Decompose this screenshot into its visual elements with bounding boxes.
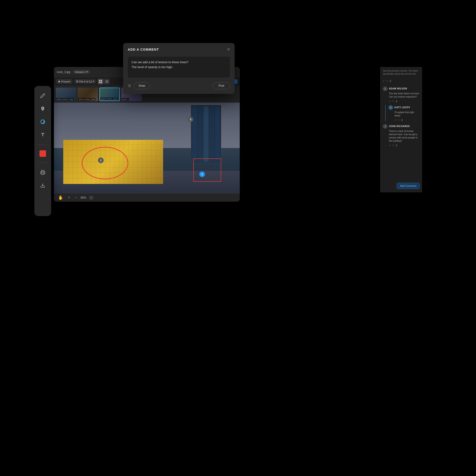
status-bar: ✋ + − 85% ⊡: [54, 193, 240, 202]
text-tool[interactable]: [39, 131, 47, 139]
modal-header: ADD A COMMENT ✕: [123, 43, 235, 54]
thumbnail-2[interactable]: opere_house_2.jpg: [78, 87, 98, 101]
download-tool[interactable]: [39, 181, 47, 189]
comment-input-area[interactable]: Can we add a bit of texture to these tre…: [128, 57, 230, 78]
tool-divider-2: [38, 162, 47, 163]
avatar-john: J: [383, 124, 388, 129]
svg-rect-3: [99, 80, 100, 81]
edit-icon-btn[interactable]: ✏: [386, 80, 388, 82]
circle-tool[interactable]: [39, 118, 47, 126]
main-image: 1 2 3: [54, 103, 240, 193]
avatar-katy: K: [389, 105, 393, 110]
author-katy: KATY LEVOY: [394, 106, 410, 109]
thumbnail-3[interactable]: opere_house_3.jpg: [100, 87, 120, 101]
comment-actions-katy: ↩ ✏ 🗑: [389, 119, 420, 121]
modal-footer: 🗑 Draw Post: [128, 81, 230, 89]
hand-tool-button[interactable]: ✋: [57, 195, 65, 201]
file-counter[interactable]: ⊞ File 6 of 12 ▾: [74, 79, 96, 84]
comment-item-katy: K KATY LEVOY I'll update that right away…: [385, 105, 420, 121]
tool-panel: [34, 86, 51, 216]
author-john: JOHN RICHARDS: [389, 125, 410, 128]
modal-footer-left: 🗑 Draw: [128, 82, 150, 89]
color-swatch[interactable]: [39, 150, 46, 157]
zoom-out-button[interactable]: −: [74, 195, 79, 201]
reply-icon-btn[interactable]: ↩: [383, 80, 385, 82]
pin-tool[interactable]: [39, 104, 47, 113]
comment-header-adam: A ADAM WILSON: [383, 86, 420, 91]
post-button[interactable]: Post: [213, 82, 230, 89]
delete-icon-btn[interactable]: 🗑: [389, 80, 392, 82]
reply-adam-btn[interactable]: ↩: [389, 100, 391, 102]
modal-title: ADD A COMMENT: [128, 48, 159, 51]
delete-john-btn[interactable]: 🗑: [395, 144, 398, 147]
tall-building: [191, 105, 221, 163]
svg-rect-6: [101, 82, 102, 83]
pencil-tool[interactable]: [39, 92, 47, 100]
comment-actions-adam: ↩ ✏ 🗑: [383, 100, 420, 102]
comment-actions-john: ↩ ✏ 🗑: [383, 144, 420, 147]
modal-close-button[interactable]: ✕: [227, 47, 230, 51]
svg-rect-1: [42, 173, 44, 174]
svg-rect-9: [105, 82, 108, 83]
draw-button[interactable]: Draw: [134, 82, 150, 89]
pin-marker-3[interactable]: 3: [188, 117, 193, 122]
avatar-adam: A: [383, 86, 388, 91]
pin-marker-1[interactable]: 1: [199, 171, 205, 177]
delete-adam-btn[interactable]: 🗑: [395, 100, 398, 102]
comment-item-adam: A ADAM WILSON The sky looks blown out he…: [383, 86, 420, 102]
print-tool[interactable]: [39, 168, 47, 177]
present-button[interactable]: ▶ Present: [56, 79, 72, 84]
grid-view-button[interactable]: [98, 79, 103, 84]
list-view-button[interactable]: [104, 79, 110, 84]
svg-rect-7: [105, 80, 108, 81]
edit-john-btn[interactable]: ✏: [392, 144, 394, 147]
reply-john-btn[interactable]: ↩: [389, 144, 391, 147]
zoom-level: 85%: [81, 196, 86, 199]
tool-divider: [38, 144, 47, 145]
svg-rect-4: [101, 80, 102, 81]
author-adam: ADAM WILSON: [389, 87, 407, 90]
reply-katy-btn[interactable]: ↩: [394, 119, 396, 121]
add-comment-modal: ADD A COMMENT ✕ Can we add a bit of text…: [123, 43, 235, 94]
add-comment-button[interactable]: Add Comment: [397, 183, 420, 189]
view-toggle: [98, 79, 110, 84]
comment-textarea-text: Can we add a bit of texture to these tre…: [132, 60, 226, 70]
canvas-area[interactable]: 1 2 3: [54, 103, 240, 193]
zoom-in-button[interactable]: +: [67, 195, 72, 201]
file-name: ouse_3.jpg: [57, 70, 70, 74]
fit-button[interactable]: ⊡: [88, 195, 94, 201]
edit-katy-btn[interactable]: ✏: [398, 119, 400, 121]
prev-version-text: See the previous version. The client spe…: [383, 69, 420, 75]
comment-header-john: J JOHN RICHARDS: [383, 124, 420, 129]
comment-header-katy: K KATY LEVOY: [389, 105, 420, 110]
pin-marker-2[interactable]: 2: [98, 157, 104, 163]
comment-text-katy: I'll update that right away!: [389, 111, 420, 117]
glass-building: [63, 140, 163, 184]
delete-katy-btn[interactable]: 🗑: [401, 119, 403, 121]
trash-button[interactable]: 🗑: [128, 84, 132, 88]
modal-body: Can we add a bit of texture to these tre…: [123, 54, 235, 94]
svg-rect-8: [105, 81, 108, 82]
comment-text-john: There's a lack of human element here. Ca…: [383, 130, 420, 143]
comment-panel: See the previous version. The client spe…: [380, 67, 422, 192]
comment-text-adam: The sky looks blown out here. Can you re…: [383, 92, 420, 99]
thumbnail-1[interactable]: opere_house_1.jpg: [56, 87, 76, 101]
version-badge[interactable]: Version 2 ▾: [73, 70, 90, 74]
comment-item-john: J JOHN RICHARDS There's a lack of human …: [383, 124, 420, 147]
edit-adam-btn[interactable]: ✏: [392, 100, 394, 102]
svg-rect-5: [99, 82, 100, 83]
comment-action-bar: ↩ ✏ 🗑: [383, 80, 420, 82]
